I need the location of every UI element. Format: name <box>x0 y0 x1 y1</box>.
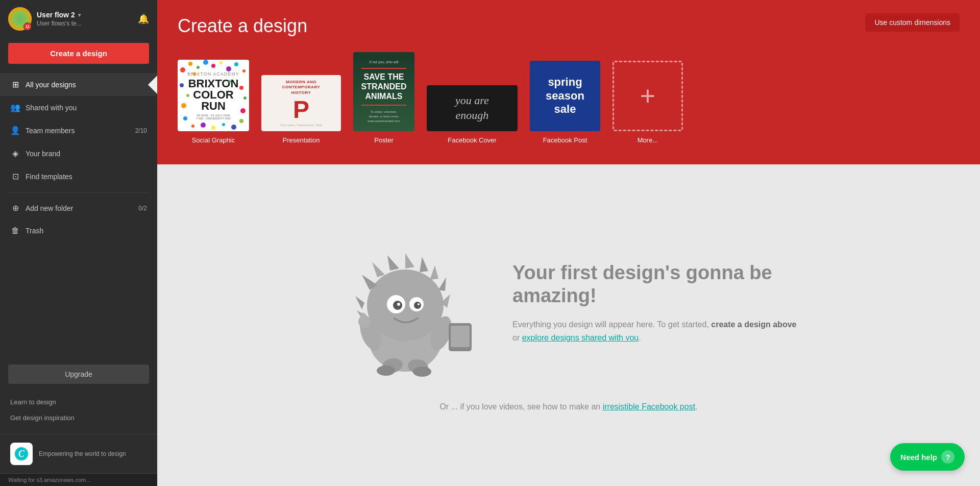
template-card-facebook-post[interactable]: spring season sale Facebook Post <box>530 61 600 144</box>
main-content: Create a design Use custom dimensions <box>157 0 980 486</box>
upgrade-button[interactable]: Upgrade <box>8 364 149 384</box>
shared-designs-link[interactable]: explore designs shared with you <box>522 333 639 342</box>
monster-illustration <box>339 239 482 382</box>
template-label-facebook-post: Facebook Post <box>543 136 587 144</box>
add-folder-icon: ⊕ <box>10 203 20 213</box>
empty-state: Your first design's gonna be amazing! Ev… <box>157 164 980 486</box>
template-card-more[interactable]: + More... <box>612 61 683 144</box>
video-section: Or ... if you love videos, see how to ma… <box>439 402 697 411</box>
brand-icon: ◈ <box>10 149 20 158</box>
create-design-button[interactable]: Create a design <box>8 43 149 64</box>
status-bar: Waiting for s3.amazonaws.com... <box>0 473 157 486</box>
template-card-facebook-cover[interactable]: you areenough Facebook Cover <box>427 85 518 144</box>
sidebar-item-add-folder[interactable]: ⊕ Add new folder 0/2 <box>0 197 157 220</box>
template-thumb-presentation: MODERN ANDCONTEMPORARYHISTORY P Your nam… <box>261 75 341 131</box>
empty-text-block: Your first design's gonna be amazing! Ev… <box>512 261 798 359</box>
trash-icon: 🗑 <box>10 226 20 235</box>
page-title: Create a design <box>178 15 960 37</box>
need-help-label: Need help <box>900 453 937 461</box>
svg-marker-31 <box>387 255 399 271</box>
more-plus-icon: + <box>640 83 655 109</box>
avatar-badge: U <box>23 22 32 31</box>
sidebar-item-team[interactable]: 👤 Team members 2/10 <box>0 119 157 142</box>
svg-marker-35 <box>438 277 446 291</box>
svg-point-43 <box>397 303 400 306</box>
empty-headline: Your first design's gonna be amazing! <box>512 261 798 308</box>
sidebar-item-shared[interactable]: 👥 Shared with you <box>0 96 157 119</box>
empty-body: Everything you design will appear here. … <box>512 318 798 344</box>
sidebar-item-trash[interactable]: 🗑 Trash <box>0 220 157 242</box>
help-circle-icon: ? <box>941 450 954 464</box>
empty-content: Your first design's gonna be amazing! Ev… <box>339 239 798 382</box>
template-thumb-facebook-post: spring season sale <box>530 61 600 131</box>
template-label-poster: Poster <box>374 136 394 144</box>
template-thumb-poster: If not you, who will SAVE THESTRANDEDANI… <box>353 52 414 131</box>
user-subtitle: User flows's te... <box>37 20 133 27</box>
create-design-link: create a design above <box>711 320 796 329</box>
template-label-presentation: Presentation <box>283 136 320 144</box>
svg-point-53 <box>377 366 395 376</box>
avatar[interactable]: U <box>8 7 32 31</box>
main-header: Create a design Use custom dimensions <box>157 0 980 164</box>
sidebar-item-brand[interactable]: ◈ Your brand <box>0 142 157 165</box>
svg-marker-34 <box>430 265 438 280</box>
svg-marker-37 <box>355 296 364 309</box>
need-help-button[interactable]: Need help ? <box>890 443 965 471</box>
svg-point-44 <box>418 303 420 305</box>
svg-rect-47 <box>361 313 365 324</box>
canva-logo: C <box>10 443 33 465</box>
sidebar: U User flow 2 ▾ User flows's te... 🔔 Cre… <box>0 0 157 486</box>
sidebar-nav: ⊞ All your designs 👥 Shared with you 👤 T… <box>0 69 157 358</box>
svg-point-54 <box>413 367 431 377</box>
sidebar-link-inspiration[interactable]: Get design inspiration <box>10 410 147 426</box>
grid-icon: ⊞ <box>10 80 20 89</box>
nav-divider <box>8 192 149 192</box>
template-thumb-social-graphic: BRIXTON ACADEMY BRIXTONCOLORRUN 5K RUN -… <box>178 60 249 131</box>
user-name[interactable]: User flow 2 ▾ <box>37 11 133 19</box>
template-thumb-facebook-cover: you areenough <box>427 85 518 131</box>
chevron-down-icon: ▾ <box>78 12 81 18</box>
team-icon: 👤 <box>10 126 20 135</box>
user-info: User flow 2 ▾ User flows's te... <box>37 11 133 27</box>
template-label-social-graphic: Social Graphic <box>192 136 235 144</box>
sidebar-header: U User flow 2 ▾ User flows's te... 🔔 <box>0 0 157 38</box>
svg-marker-32 <box>405 253 414 269</box>
template-card-presentation[interactable]: MODERN ANDCONTEMPORARYHISTORY P Your nam… <box>261 75 341 144</box>
template-label-more: More... <box>638 136 658 144</box>
template-card-social-graphic[interactable]: BRIXTON ACADEMY BRIXTONCOLORRUN 5K RUN -… <box>178 60 249 144</box>
facebook-post-video-link[interactable]: irresistible Facebook post <box>603 402 695 411</box>
canva-branding: C Empowering the world to design <box>0 434 157 473</box>
svg-marker-30 <box>372 262 385 277</box>
svg-marker-33 <box>420 257 428 272</box>
templates-icon: ⊡ <box>10 172 20 181</box>
template-card-poster[interactable]: If not you, who will SAVE THESTRANDEDANI… <box>353 52 414 144</box>
template-row: BRIXTON ACADEMY BRIXTONCOLORRUN 5K RUN -… <box>178 52 960 144</box>
svg-point-42 <box>414 302 421 309</box>
sidebar-item-all-designs[interactable]: ⊞ All your designs <box>0 73 157 96</box>
team-badge: 2/10 <box>135 127 147 134</box>
canva-tagline: Empowering the world to design <box>39 450 126 458</box>
shared-icon: 👥 <box>10 103 20 112</box>
sidebar-bottom-links: Learn to design Get design inspiration <box>0 390 157 430</box>
template-label-facebook-cover: Facebook Cover <box>448 136 496 144</box>
social-graphic-inner: BRIXTON ACADEMY BRIXTONCOLORRUN 5K RUN -… <box>178 60 249 131</box>
template-thumb-more: + <box>612 61 683 131</box>
svg-text:C: C <box>18 449 25 459</box>
bell-icon[interactable]: 🔔 <box>138 13 149 25</box>
sidebar-item-templates[interactable]: ⊡ Find templates <box>0 165 157 188</box>
folder-badge: 0/2 <box>138 205 147 212</box>
custom-dimensions-button[interactable]: Use custom dimensions <box>865 13 960 32</box>
svg-rect-50 <box>451 326 470 347</box>
sidebar-link-learn[interactable]: Learn to design <box>10 394 147 410</box>
